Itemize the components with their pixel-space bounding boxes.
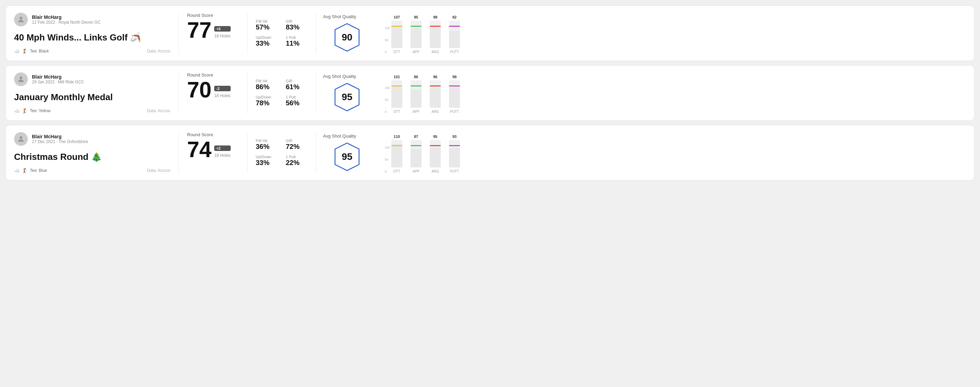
stat-oneputt: 1 Putt 56% [286, 95, 308, 107]
left-section: Blair McHarg 27 Dec 2021 · The Oxfordshi… [14, 132, 179, 173]
data-source: Data: Arccos [147, 49, 170, 54]
stat-gir: GIR 83% [286, 19, 308, 31]
user-name: Blair McHarg [32, 134, 88, 139]
tee-info: ☁️ 🏌 Tee: Black [14, 48, 49, 54]
holes-text: 18 Holes [214, 153, 230, 158]
score-row: 70 -2 18 Holes [187, 79, 239, 101]
quality-label: Avg Shot Quality [323, 74, 356, 79]
stats-grid: FW Hit 36% GIR 72% Up/Down 33% 1 Putt 22… [256, 139, 307, 167]
stat-fw-hit: FW Hit 36% [256, 139, 278, 151]
stat-fw-hit: FW Hit 57% [256, 19, 278, 31]
date-course: 29 Jan 2022 · Mill Ride GCC [32, 79, 84, 84]
tee-label: Tee: Black [30, 49, 49, 54]
bar-chart: 107 OTT 95 APP 98 [391, 13, 460, 54]
quality-label: Avg Shot Quality [323, 14, 356, 19]
hex-score: 90 [342, 32, 352, 43]
hexagon: 90 [332, 22, 363, 53]
bottom-row: ☁️ 🏌 Tee: Black Data: Arccos [14, 48, 170, 54]
round-card-round2: Blair McHarg 29 Jan 2022 · Mill Ride GCC… [5, 65, 975, 121]
stats-section: FW Hit 36% GIR 72% Up/Down 33% 1 Putt 22… [248, 132, 316, 173]
round-title: January Monthly Medal [14, 92, 170, 103]
bar-group-app: 87 APP [410, 135, 422, 173]
tee-info: ☁️ 🏌 Tee: Yellow [14, 108, 51, 114]
score-row: 77 +5 18 Holes [187, 19, 239, 41]
bar-group-putt: 82 PUTT [449, 15, 460, 54]
score-section: Round Score 77 +5 18 Holes [179, 13, 248, 54]
bar-group-ott: 110 OTT [391, 135, 402, 173]
round-card-round1: Blair McHarg 12 Feb 2022 · Royal North D… [5, 5, 975, 61]
user-info: Blair McHarg 29 Jan 2022 · Mill Ride GCC [32, 74, 84, 84]
bar-group-putt: 99 PUTT [449, 75, 460, 114]
hex-score: 95 [342, 92, 352, 103]
weather-icon: ☁️ [14, 108, 20, 114]
score-number: 77 [187, 19, 212, 41]
stat-updown: Up/Down 78% [256, 95, 278, 107]
chart-section: 100 50 0 110 OTT 87 [378, 132, 966, 173]
user-name: Blair McHarg [32, 74, 84, 79]
score-label: Round Score [187, 13, 239, 18]
bar-group-ott: 107 OTT [391, 15, 402, 54]
round-title: Christmas Round 🎄 [14, 152, 170, 162]
hexagon: 95 [332, 141, 363, 172]
bar-group-app: 86 APP [410, 75, 422, 114]
bar-group-arg: 96 ARG [430, 75, 441, 114]
score-badge: -2 [214, 86, 230, 91]
stats-grid: FW Hit 86% GIR 61% Up/Down 78% 1 Putt 56… [256, 79, 307, 107]
bar-group-arg: 98 ARG [430, 15, 441, 54]
bar-group-ott: 101 OTT [391, 75, 402, 114]
hex-score: 95 [342, 151, 352, 162]
avatar [14, 13, 28, 26]
user-row: Blair McHarg 12 Feb 2022 · Royal North D… [14, 13, 170, 26]
left-section: Blair McHarg 12 Feb 2022 · Royal North D… [14, 13, 179, 54]
bar-group-app: 95 APP [410, 15, 422, 54]
data-source: Data: Arccos [147, 108, 170, 113]
stat-gir: GIR 72% [286, 139, 308, 151]
stats-section: FW Hit 57% GIR 83% Up/Down 33% 1 Putt 11… [248, 13, 316, 54]
stat-gir: GIR 61% [286, 79, 308, 91]
avatar [14, 72, 28, 86]
score-section: Round Score 70 -2 18 Holes [179, 72, 248, 114]
bar-group-arg: 95 ARG [430, 135, 441, 173]
stat-oneputt: 1 Putt 22% [286, 155, 308, 167]
date-course: 12 Feb 2022 · Royal North Devon GC [32, 20, 100, 25]
bar-group-putt: 93 PUTT [449, 135, 460, 173]
stats-grid: FW Hit 57% GIR 83% Up/Down 33% 1 Putt 11… [256, 19, 307, 48]
weather-icon: ☁️ [14, 168, 20, 173]
svg-point-2 [19, 76, 22, 79]
stat-oneputt: 1 Putt 11% [286, 35, 308, 48]
svg-point-4 [19, 136, 22, 139]
chart-section: 100 50 0 107 OTT 95 [378, 13, 966, 54]
tee-info: ☁️ 🏌 Tee: Blue [14, 168, 47, 173]
date-course: 27 Dec 2021 · The Oxfordshire [32, 139, 88, 144]
score-row: 74 +2 18 Holes [187, 139, 239, 160]
bottom-row: ☁️ 🏌 Tee: Yellow Data: Arccos [14, 108, 170, 114]
bar-chart: 110 OTT 87 APP 95 [391, 132, 460, 173]
golf-icon: 🏌 [22, 108, 28, 114]
chart-section: 100 50 0 101 OTT 86 [378, 72, 966, 114]
quality-label: Avg Shot Quality [323, 133, 356, 139]
score-badge: +2 [214, 146, 230, 151]
stat-updown: Up/Down 33% [256, 155, 278, 167]
holes-text: 18 Holes [214, 93, 230, 98]
quality-section: Avg Shot Quality 90 [316, 13, 378, 54]
stat-fw-hit: FW Hit 86% [256, 79, 278, 91]
user-row: Blair McHarg 27 Dec 2021 · The Oxfordshi… [14, 132, 170, 146]
user-name: Blair McHarg [32, 14, 100, 20]
user-row: Blair McHarg 29 Jan 2022 · Mill Ride GCC [14, 72, 170, 86]
weather-icon: ☁️ [14, 48, 20, 54]
quality-section: Avg Shot Quality 95 [316, 132, 378, 173]
score-section: Round Score 74 +2 18 Holes [179, 132, 248, 173]
stats-section: FW Hit 86% GIR 61% Up/Down 78% 1 Putt 56… [248, 72, 316, 114]
score-label: Round Score [187, 132, 239, 137]
avatar [14, 132, 28, 146]
round-title: 40 Mph Winds... Links Golf 🪃 [14, 32, 170, 43]
user-info: Blair McHarg 12 Feb 2022 · Royal North D… [32, 14, 100, 25]
quality-section: Avg Shot Quality 95 [316, 72, 378, 114]
tee-label: Tee: Yellow [30, 108, 51, 113]
svg-point-0 [19, 17, 22, 19]
score-label: Round Score [187, 72, 239, 78]
left-section: Blair McHarg 29 Jan 2022 · Mill Ride GCC… [14, 72, 179, 114]
stat-updown: Up/Down 33% [256, 35, 278, 48]
bar-chart: 101 OTT 86 APP 96 [391, 72, 460, 114]
round-card-round3: Blair McHarg 27 Dec 2021 · The Oxfordshi… [5, 125, 975, 181]
